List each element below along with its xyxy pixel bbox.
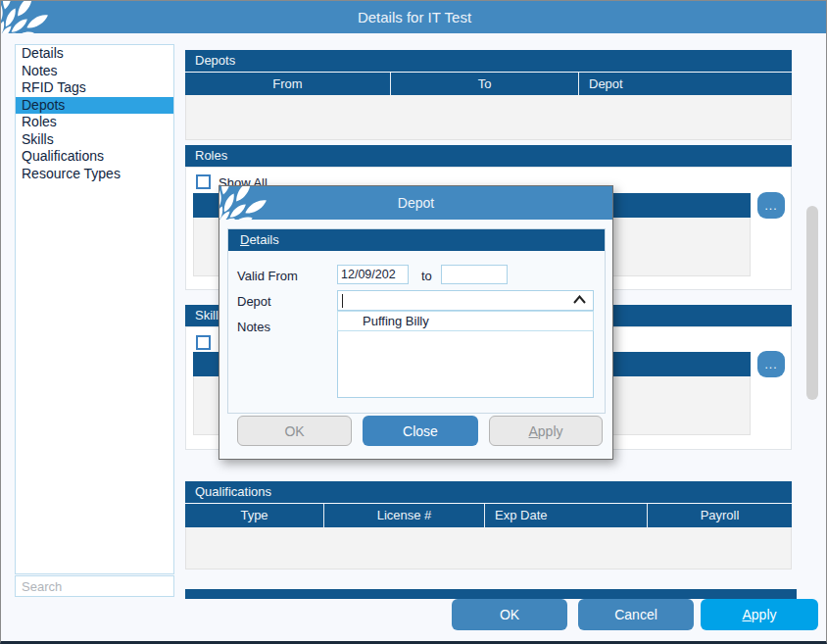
qual-col-license: License # bbox=[324, 504, 485, 527]
sidebar-item-roles[interactable]: Roles bbox=[16, 114, 173, 131]
depot-combobox[interactable] bbox=[337, 290, 594, 311]
depot-details-tab-label: Details bbox=[240, 229, 279, 251]
dialog-apply-label: Apply bbox=[528, 423, 562, 439]
dialog-close-button[interactable]: Close bbox=[363, 416, 478, 446]
sidebar-item-rfid-tags[interactable]: RFID Tags bbox=[16, 79, 173, 97]
dialog-window: Details for IT Test Details Notes RFID T… bbox=[0, 0, 827, 644]
depots-col-depot: Depot bbox=[579, 73, 792, 95]
qual-col-payroll: Payroll bbox=[648, 504, 792, 527]
depot-dialog-title-bar: Depot bbox=[219, 186, 612, 220]
qualifications-table-header: Type License # Exp Date Payroll bbox=[185, 504, 792, 527]
sidebar-item-notes[interactable]: Notes bbox=[16, 63, 173, 80]
sidebar-nav: Details Notes RFID Tags Depots Roles Ski… bbox=[15, 44, 174, 574]
sidebar-item-depots[interactable]: Depots bbox=[16, 97, 173, 115]
qualifications-section-header: Qualifications bbox=[185, 481, 792, 503]
dialog-apply-button[interactable]: Apply bbox=[489, 416, 603, 446]
depot-dialog: Depot Details Valid From to Depot Puffin… bbox=[219, 185, 613, 460]
roles-show-all-checkbox[interactable] bbox=[196, 174, 211, 189]
cancel-button[interactable]: Cancel bbox=[578, 599, 694, 630]
qualifications-table-body bbox=[185, 527, 792, 570]
depot-field-label: Depot bbox=[237, 294, 271, 309]
roles-section-header: Roles bbox=[185, 145, 792, 167]
title-bar: Details for IT Test bbox=[1, 1, 827, 33]
ok-button[interactable]: OK bbox=[452, 599, 567, 630]
depots-col-from: From bbox=[185, 73, 391, 95]
to-label: to bbox=[421, 269, 432, 283]
depot-dropdown-list: Puffing Billy bbox=[337, 311, 594, 331]
apply-button[interactable]: Apply bbox=[701, 599, 818, 630]
depots-table-body bbox=[185, 95, 792, 140]
chevron-up-icon[interactable] bbox=[573, 295, 586, 304]
search-input[interactable] bbox=[15, 575, 174, 597]
qual-col-type: Type bbox=[185, 504, 324, 527]
valid-from-label: Valid From bbox=[237, 269, 298, 283]
notes-label: Notes bbox=[237, 320, 270, 334]
depot-details-tab[interactable]: Details bbox=[228, 229, 605, 251]
valid-from-input[interactable] bbox=[337, 265, 409, 284]
sidebar-item-resource-types[interactable]: Resource Types bbox=[16, 166, 173, 183]
depots-col-to: To bbox=[391, 73, 579, 95]
depots-table-header: From To Depot bbox=[185, 73, 792, 95]
window-title: Details for IT Test bbox=[1, 1, 827, 33]
roles-more-button[interactable]: ... bbox=[757, 192, 785, 219]
depot-dialog-title: Depot bbox=[219, 186, 612, 220]
depots-section-header: Depots bbox=[185, 50, 792, 72]
skills-show-all-checkbox[interactable] bbox=[196, 335, 211, 350]
sidebar-item-skills[interactable]: Skills bbox=[16, 131, 173, 149]
dialog-ok-button[interactable]: OK bbox=[237, 416, 352, 446]
valid-to-input[interactable] bbox=[441, 265, 508, 284]
depot-dropdown-option[interactable]: Puffing Billy bbox=[338, 312, 593, 330]
sidebar-item-details[interactable]: Details bbox=[16, 45, 173, 63]
clipped-section-header bbox=[185, 589, 797, 599]
vertical-scrollbar[interactable] bbox=[806, 206, 818, 400]
apply-button-label: Apply bbox=[742, 607, 776, 622]
qual-col-exp-date: Exp Date bbox=[485, 504, 648, 527]
skills-more-button[interactable]: ... bbox=[757, 351, 785, 377]
sidebar-item-qualifications[interactable]: Qualifications bbox=[16, 148, 173, 166]
text-cursor bbox=[342, 294, 343, 308]
